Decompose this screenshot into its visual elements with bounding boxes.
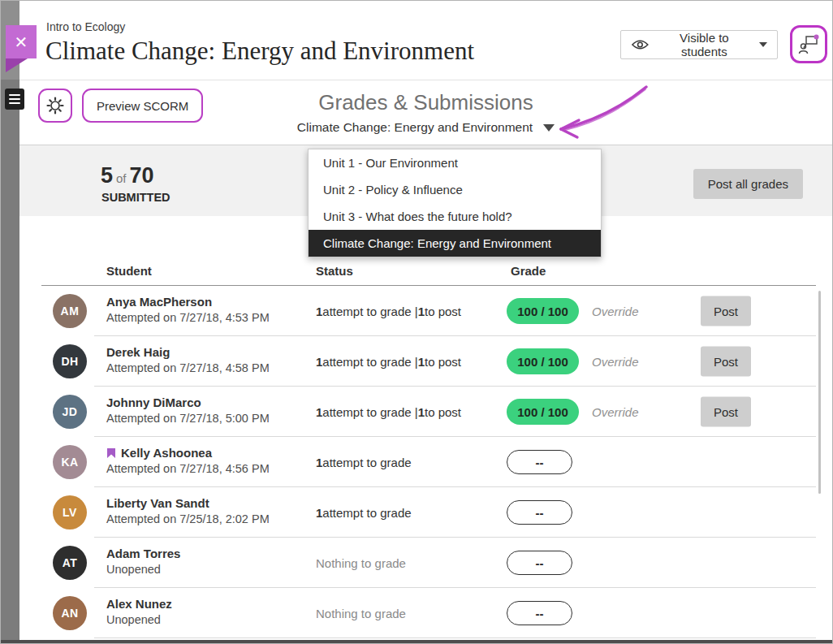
attempt-detail: Attempted on 7/27/18, 4:58 PM: [106, 361, 270, 374]
attempt-detail: Attempted on 7/27/18, 4:53 PM: [106, 311, 270, 324]
column-header-grade: Grade: [511, 264, 546, 278]
app-window: ✕ Intro to Ecology Climate Change: Energ…: [0, 0, 833, 644]
scrollbar-thumb[interactable]: [818, 291, 821, 494]
visibility-label: Visible to students: [658, 31, 751, 58]
grade-pill[interactable]: 100 / 100: [507, 348, 579, 374]
close-icon: ✕: [15, 32, 28, 52]
window-bottom-edge: [1, 640, 832, 643]
override-label: Override: [592, 355, 639, 369]
header-divider: [19, 80, 832, 80]
grading-status: 1 attempt to grade: [316, 487, 412, 538]
post-all-grades-button[interactable]: Post all grades: [693, 169, 803, 199]
column-header-student: Student: [106, 264, 152, 278]
dropdown-item[interactable]: Unit 3 - What does the future hold?: [309, 203, 601, 230]
of-label: of: [113, 171, 130, 185]
close-panel-button[interactable]: ✕: [6, 25, 37, 58]
student-avatar: AM: [53, 294, 87, 328]
attempt-detail: Attempted on 7/27/18, 4:56 PM: [106, 462, 270, 475]
student-avatar: LV: [53, 495, 87, 529]
eye-icon: [631, 38, 650, 51]
grading-status: 1 attempt to grade: [316, 437, 412, 487]
student-row: AN Alex Nunez Unopened Nothing to grade …: [19, 588, 832, 638]
post-button[interactable]: Post: [701, 347, 751, 377]
content-selector-label: Climate Change: Energy and Environment: [297, 120, 533, 135]
dropdown-item[interactable]: Unit 2 - Policy & Influence: [309, 176, 601, 203]
page-title: Climate Change: Energy and Environment: [45, 37, 474, 66]
grading-status: Nothing to grade: [316, 538, 406, 588]
student-name-text: Alex Nunez: [106, 597, 172, 611]
student-row: DH Derek Haig Attempted on 7/27/18, 4:58…: [19, 336, 832, 387]
student-row: AT Adam Torres Unopened Nothing to grade…: [19, 538, 832, 588]
dropdown-item[interactable]: Unit 1 - Our Environment: [309, 149, 601, 176]
column-header-status: Status: [316, 264, 353, 278]
student-identity: Kelly Ashoonea Attempted on 7/27/18, 4:5…: [106, 446, 270, 475]
student-name-text: Kelly Ashoonea: [121, 446, 212, 460]
student-name-text: Liberty Van Sandt: [106, 496, 209, 510]
student-identity: Liberty Van Sandt Attempted on 7/25/18, …: [106, 496, 270, 525]
submitted-count: 5of70: [101, 163, 154, 188]
chevron-down-icon: [759, 42, 767, 47]
post-button[interactable]: Post: [701, 397, 751, 427]
student-avatar: AN: [53, 596, 87, 630]
student-identity: Adam Torres Unopened: [106, 547, 180, 576]
student-name-text: Anya MacPherson: [106, 295, 212, 309]
section-title: Grades & Submissions: [19, 90, 832, 115]
attempt-detail: Unopened: [106, 563, 180, 576]
grading-status: 1 attempt to grade | 1 to post: [316, 387, 461, 437]
notification-dot: [814, 34, 819, 39]
attempt-detail: Attempted on 7/25/18, 2:02 PM: [106, 512, 270, 525]
grade-pill[interactable]: --: [507, 601, 572, 625]
student-avatar: JD: [53, 395, 87, 429]
dropdown-item-selected[interactable]: Climate Change: Energy and Environment: [309, 230, 601, 257]
attempt-detail: Unopened: [106, 613, 172, 626]
student-name-text: Derek Haig: [106, 345, 170, 359]
student-row: JD Johnny DiMarco Attempted on 7/27/18, …: [19, 387, 832, 437]
student-name-text: Johnny DiMarco: [106, 395, 201, 409]
class-conversations-button[interactable]: [790, 25, 827, 63]
visibility-dropdown-button[interactable]: Visible to students: [620, 30, 778, 59]
student-identity: Johnny DiMarco Attempted on 7/27/18, 5:0…: [106, 395, 270, 425]
post-button[interactable]: Post: [701, 296, 751, 326]
hamburger-menu-icon[interactable]: [5, 89, 24, 110]
close-button-ribbon-fold: [6, 58, 28, 72]
student-name-text: Adam Torres: [106, 547, 180, 560]
override-label: Override: [592, 405, 639, 419]
student-name: Adam Torres: [106, 547, 180, 560]
student-row: LV Liberty Van Sandt Attempted on 7/25/1…: [19, 487, 832, 538]
grading-status: 1 attempt to grade | 1 to post: [316, 286, 461, 336]
student-identity: Derek Haig Attempted on 7/27/18, 4:58 PM: [106, 345, 270, 374]
grading-status: Nothing to grade: [316, 588, 406, 638]
student-identity: Alex Nunez Unopened: [106, 597, 172, 626]
total-value: 70: [130, 163, 154, 188]
submitted-value: 5: [101, 163, 113, 188]
grade-pill[interactable]: 100 / 100: [507, 298, 579, 324]
course-breadcrumb: Intro to Ecology: [46, 20, 125, 33]
student-name: Liberty Van Sandt: [106, 496, 270, 510]
student-name: Kelly Ashoonea: [106, 446, 270, 460]
content-selector-dropdown[interactable]: Climate Change: Energy and Environment: [19, 120, 832, 135]
attempt-detail: Attempted on 7/27/18, 5:00 PM: [106, 412, 270, 425]
student-avatar: KA: [53, 445, 87, 479]
student-name: Derek Haig: [106, 345, 270, 359]
grade-pill[interactable]: --: [507, 551, 572, 575]
student-name: Anya MacPherson: [106, 295, 270, 309]
student-rows: AM Anya MacPherson Attempted on 7/27/18,…: [19, 286, 832, 638]
student-avatar: DH: [53, 344, 87, 378]
student-avatar: AT: [53, 546, 87, 580]
student-identity: Anya MacPherson Attempted on 7/27/18, 4:…: [106, 295, 270, 324]
person-flag-icon: [797, 33, 820, 56]
student-row: AM Anya MacPherson Attempted on 7/27/18,…: [19, 286, 832, 336]
student-row: KA Kelly Ashoonea Attempted on 7/27/18, …: [19, 437, 832, 487]
grading-status: 1 attempt to grade | 1 to post: [316, 336, 461, 387]
content-dropdown-menu: Unit 1 - Our EnvironmentUnit 2 - Policy …: [308, 149, 602, 257]
grade-pill[interactable]: 100 / 100: [507, 399, 579, 425]
grade-pill[interactable]: --: [507, 450, 572, 474]
accommodation-flag-icon: [106, 447, 116, 459]
grade-pill[interactable]: --: [507, 500, 572, 525]
chevron-down-icon: [543, 124, 555, 132]
student-name: Johnny DiMarco: [106, 395, 270, 409]
override-label: Override: [592, 305, 639, 318]
submitted-label: SUBMITTED: [101, 191, 170, 204]
student-name: Alex Nunez: [106, 597, 172, 611]
